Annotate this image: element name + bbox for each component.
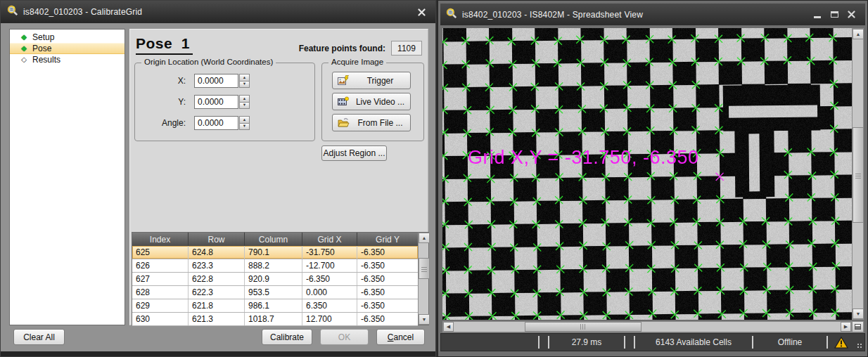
camera-image-view[interactable]: Grid X,Y = -31.750, -6.350	[442, 28, 852, 320]
column-header-column[interactable]: Column	[245, 233, 302, 246]
table-cell: 625	[132, 246, 189, 259]
angle-field[interactable]	[194, 116, 238, 130]
checkerboard-image[interactable]	[442, 28, 852, 320]
table-row[interactable]: 625624.8790.1-31.750-6.350	[132, 246, 418, 259]
table-cell: 628	[132, 286, 189, 299]
origin-location-group-title: Origin Location (World Coordinates)	[141, 58, 276, 66]
scroll-left-icon[interactable]: ◀	[443, 322, 454, 332]
desktop: is8402_010203 - CalibrateGrid ◆Setup◆Pos…	[0, 0, 868, 357]
scroll-down-icon[interactable]: ▼	[853, 309, 864, 319]
from-file-button[interactable]: From File ...	[332, 114, 411, 131]
table-cell: 920.9	[245, 273, 302, 285]
table-cell: 622.8	[189, 273, 245, 285]
spreadsheet-titlebar[interactable]: is8402_010203 - IS8402M - Spreadsheet Vi…	[440, 4, 865, 25]
acquire-image-group-title: Acquire Image	[328, 58, 386, 66]
feature-points-row: Feature points found: 1109	[299, 41, 422, 56]
spin-down-icon[interactable]: ▼	[239, 103, 250, 110]
status-message-area	[441, 334, 538, 351]
trigger-button-label: Trigger	[353, 76, 410, 86]
table-row[interactable]: 626623.3888.2-12.700-6.350	[132, 259, 418, 273]
calibrate-grid-dialog: is8402_010203 - CalibrateGrid ◆Setup◆Pos…	[0, 0, 436, 357]
x-field-label: X:	[135, 76, 194, 86]
trigger-button[interactable]: Trigger	[332, 72, 411, 89]
image-horizontal-scrollbar[interactable]: ◀ ▶	[442, 321, 852, 332]
table-cell: -6.350	[357, 299, 418, 312]
view-corner-button[interactable]	[852, 321, 864, 332]
cancel-button[interactable]: Cancel	[376, 329, 425, 345]
close-icon[interactable]	[414, 6, 429, 18]
scroll-up-icon[interactable]: ▲	[853, 29, 864, 39]
warning-triangle-icon	[834, 337, 848, 349]
column-header-index[interactable]: Index	[132, 233, 189, 246]
table-cell: 624.8	[189, 246, 245, 259]
acquisition-time: 27.9 ms	[549, 334, 624, 351]
scroll-up-icon[interactable]: ▲	[419, 233, 430, 243]
sidebar-item-pose[interactable]: ◆Pose	[10, 43, 125, 54]
column-header-grid-y[interactable]: Grid Y	[357, 233, 418, 246]
scroll-right-icon[interactable]: ▶	[841, 322, 851, 332]
table-scrollbar-thumb[interactable]	[419, 258, 430, 279]
ok-button: OK	[320, 329, 369, 345]
table-row[interactable]: 630621.31018.712.700-6.350	[132, 313, 418, 326]
sidebar-item-label: Results	[32, 55, 60, 65]
table-row[interactable]: 627622.8920.9-6.350-6.350	[132, 273, 418, 286]
table-cell: 622.3	[189, 286, 245, 299]
table-scrollbar[interactable]: ▲ ▼	[418, 233, 428, 325]
spreadsheet-window-title: is8402_010203 - IS8402M - Spreadsheet Vi…	[462, 10, 643, 20]
spin-up-icon[interactable]: ▲	[239, 74, 250, 82]
table-cell: 953.5	[245, 286, 302, 299]
x-field[interactable]	[194, 74, 238, 88]
table-cell: 630	[132, 313, 189, 325]
table-cell: 621.8	[189, 299, 245, 312]
feature-points-table: Index Row Column Grid X Grid Y 625624.87…	[132, 232, 429, 325]
table-cell: 986.1	[245, 299, 302, 312]
table-row[interactable]: 629621.8986.16.350-6.350	[132, 299, 418, 313]
live-video-button[interactable]: Live Video ...	[332, 93, 411, 110]
table-body: 625624.8790.1-31.750-6.350626623.3888.2-…	[132, 246, 418, 326]
spin-down-icon[interactable]: ▼	[239, 82, 250, 89]
y-field[interactable]	[194, 95, 238, 109]
table-cell: 626	[132, 259, 189, 272]
step-pending-icon: ◇	[19, 54, 29, 65]
scroll-down-icon[interactable]: ▼	[419, 314, 430, 325]
minimize-icon[interactable]	[809, 8, 826, 21]
from-file-button-label: From File ...	[353, 118, 410, 128]
table-cell: 1018.7	[245, 313, 302, 325]
table-cell: -6.350	[302, 273, 357, 285]
h-scrollbar-thumb[interactable]	[525, 322, 642, 332]
camera-trigger-icon	[338, 75, 350, 86]
table-cell: -31.750	[302, 246, 357, 259]
thumb-grip	[580, 324, 587, 330]
dialog-titlebar[interactable]: is8402_010203 - CalibrateGrid	[1, 1, 435, 23]
angle-field-label: Angle:	[135, 118, 194, 128]
table-cell: 627	[132, 273, 189, 285]
status-spacer	[540, 334, 548, 351]
maximize-icon[interactable]	[826, 8, 843, 21]
status-spacer	[625, 334, 634, 351]
live-video-button-label: Live Video ...	[353, 97, 410, 107]
column-header-grid-x[interactable]: Grid X	[302, 233, 357, 246]
window-bottom-edge	[1, 351, 435, 356]
spin-up-icon[interactable]: ▲	[239, 116, 250, 124]
v-scrollbar-thumb[interactable]	[853, 127, 864, 223]
adjust-region-button[interactable]: Adjust Region ...	[321, 145, 387, 161]
image-vertical-scrollbar[interactable]: ▲ ▼	[852, 28, 864, 320]
table-cell: 6.350	[302, 299, 357, 312]
sidebar-item-results[interactable]: ◇Results	[10, 54, 125, 65]
clear-all-button[interactable]: Clear All	[13, 329, 65, 345]
spin-down-icon[interactable]: ▼	[239, 124, 250, 131]
table-row[interactable]: 628622.3953.50.000-6.350	[132, 286, 418, 299]
spin-up-icon[interactable]: ▲	[239, 95, 250, 103]
close-icon[interactable]	[843, 8, 860, 21]
table-cell: 0.000	[302, 286, 357, 299]
column-header-row[interactable]: Row	[189, 233, 245, 246]
calibrate-button[interactable]: Calibrate	[262, 329, 312, 345]
y-spinner: ▲▼	[239, 95, 250, 109]
warning-indicator[interactable]	[828, 334, 855, 351]
acquire-image-group: Acquire Image Trigger Live Video ...	[321, 63, 424, 141]
table-cell: 790.1	[245, 246, 302, 259]
resize-grip[interactable]	[855, 334, 864, 351]
fit-view-icon	[855, 324, 861, 330]
calibration-steps-tree: ◆Setup◆Pose◇Results	[9, 29, 125, 325]
sidebar-item-setup[interactable]: ◆Setup	[10, 32, 125, 43]
